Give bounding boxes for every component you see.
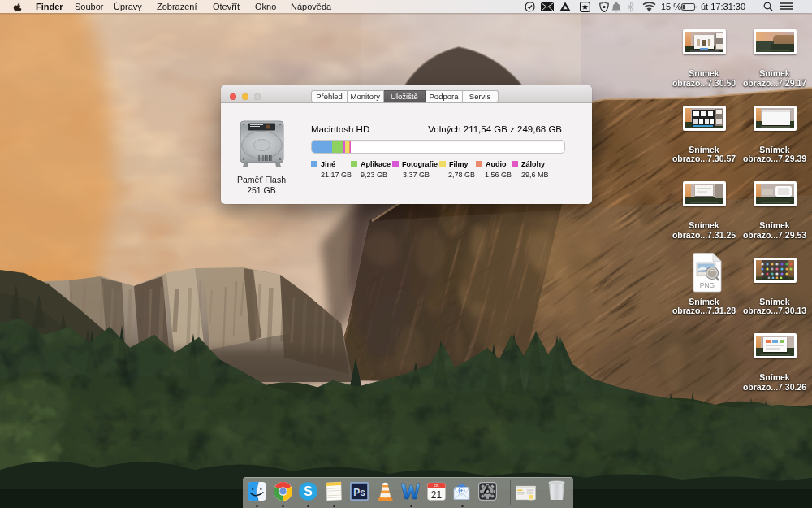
svg-text:21: 21: [430, 489, 442, 501]
svg-text:S: S: [304, 484, 313, 498]
svg-text:PNG: PNG: [700, 281, 715, 289]
svg-text:čvt: čvt: [434, 484, 439, 488]
svg-text:Ps: Ps: [353, 487, 365, 498]
